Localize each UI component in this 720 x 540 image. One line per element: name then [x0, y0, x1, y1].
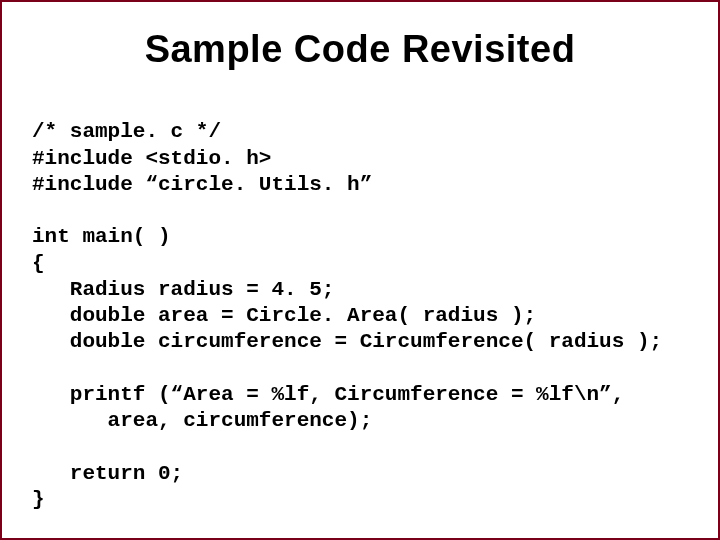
code-line: area, circumference);	[32, 409, 372, 432]
code-line: #include <stdio. h>	[32, 147, 271, 170]
code-line: printf (“Area = %lf, Circumference = %lf…	[32, 383, 624, 406]
code-line: Radius radius = 4. 5;	[32, 278, 334, 301]
code-block: /* sample. c */ #include <stdio. h> #inc…	[32, 93, 688, 539]
code-line: {	[32, 252, 45, 275]
code-line: double area = Circle. Area( radius );	[32, 304, 536, 327]
code-line: int main( )	[32, 225, 171, 248]
code-line: #include “circle. Utils. h”	[32, 173, 372, 196]
code-line: }	[32, 488, 45, 511]
code-line: /* sample. c */	[32, 120, 221, 143]
slide-frame: Sample Code Revisited /* sample. c */ #i…	[0, 0, 720, 540]
slide-title: Sample Code Revisited	[32, 28, 688, 71]
code-line: double circumference = Circumference( ra…	[32, 330, 662, 353]
code-line: return 0;	[32, 462, 183, 485]
